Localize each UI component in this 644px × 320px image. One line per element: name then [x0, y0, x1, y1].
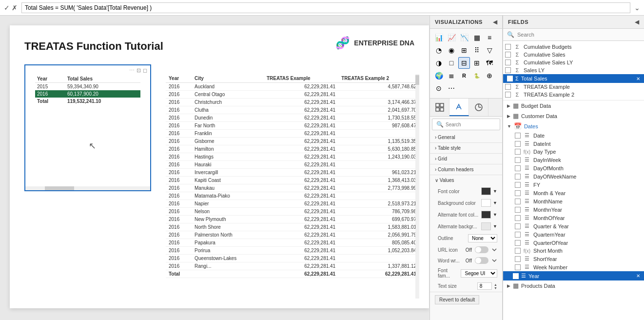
format-group-values-header[interactable]: ∨ Values: [430, 175, 502, 185]
field-cumulative-budgets[interactable]: Σ Cumulative Budgets: [503, 43, 644, 51]
cumulative-budgets-checkbox[interactable]: [505, 44, 511, 50]
field-cumulative-sales[interactable]: Σ Cumulative Sales: [503, 51, 644, 59]
quarterofyear-checkbox[interactable]: [515, 240, 521, 246]
viz-icon-map[interactable]: 🗺: [484, 57, 495, 69]
section-budget-data[interactable]: ▶ ▦ Budget Data: [503, 100, 644, 111]
field-day-type[interactable]: f(x) Day Type: [507, 148, 644, 156]
field-monthnyear[interactable]: ☰ MonthnYear: [507, 205, 644, 214]
month-year-checkbox[interactable]: [515, 190, 521, 196]
field-total-sales-selected[interactable]: ✓ Σ Total Sales ✕: [503, 74, 644, 83]
viz-icon-line[interactable]: 📈: [446, 32, 457, 43]
small-table-visual[interactable]: ⋯ ⊡ ◻ Year Total Sales: [24, 64, 151, 191]
format-tab[interactable]: [449, 99, 469, 116]
dayofmonth-checkbox[interactable]: [515, 165, 521, 171]
viz-icon-pie[interactable]: ◔: [433, 44, 445, 56]
viz-icon-table[interactable]: ⊟: [458, 57, 470, 69]
field-dayofweekname[interactable]: ☰ DayOfWeekName: [507, 172, 644, 180]
treatas-example-checkbox[interactable]: [505, 84, 511, 90]
visual-menu-icon[interactable]: ⋯: [129, 67, 135, 74]
dateint-checkbox[interactable]: [515, 141, 521, 147]
day-type-checkbox[interactable]: [515, 149, 521, 155]
text-size-input[interactable]: [477, 282, 492, 290]
field-cumulative-sales-ly[interactable]: Σ Cumulative Sales LY: [503, 59, 644, 66]
build-tab[interactable]: [430, 99, 449, 116]
week-number-checkbox[interactable]: [515, 264, 521, 270]
alt-font-color-box[interactable]: [481, 211, 491, 219]
viz-icon-treemap[interactable]: ⊞: [458, 44, 470, 56]
viz-icon-card[interactable]: □: [446, 57, 457, 69]
cumulative-sales-ly-checkbox[interactable]: [505, 60, 511, 65]
viz-icon-matrix[interactable]: ⊞: [471, 57, 483, 69]
viz-icon-funnel[interactable]: ▽: [484, 44, 495, 56]
quarternyear-checkbox[interactable]: [515, 232, 521, 238]
total-sales-remove-icon[interactable]: ✕: [636, 76, 640, 81]
field-short-month[interactable]: f(x) Short Month: [507, 247, 644, 255]
viz-icon-more[interactable]: ⊕: [484, 70, 495, 81]
field-week-number[interactable]: ☰ Week Number: [507, 263, 644, 271]
format-group-table-style-header[interactable]: › Table style: [430, 143, 502, 153]
word-wrap-toggle[interactable]: [475, 257, 488, 264]
viz-icon-scatter[interactable]: ⠿: [471, 44, 483, 56]
treatas-example2-checkbox[interactable]: [505, 92, 511, 98]
field-shortyear[interactable]: ☰ ShortYear: [507, 255, 644, 263]
table-scrollbar[interactable]: [415, 74, 419, 299]
expand-icon[interactable]: ⌄: [634, 4, 640, 12]
field-dayinweek[interactable]: ☰ DayInWeek: [507, 156, 644, 164]
main-data-table[interactable]: Year City TREATAS Example TREATAS Exampl…: [166, 74, 419, 299]
viz-icon-extra1[interactable]: ⊙: [433, 82, 445, 94]
viz-icon-donut[interactable]: ◉: [446, 44, 457, 56]
outline-select[interactable]: None Top Bottom Left Right: [468, 234, 497, 242]
field-treatas-example[interactable]: Σ TREATAS Example: [503, 83, 644, 91]
formula-input[interactable]: [21, 2, 630, 13]
short-month-checkbox[interactable]: [515, 248, 521, 254]
alt-font-color-dropdown[interactable]: ▼: [493, 212, 497, 217]
format-group-grid-header[interactable]: › Grid: [430, 154, 502, 164]
field-monthname[interactable]: ☰ MonthName: [507, 197, 644, 205]
analytics-tab[interactable]: [469, 99, 488, 116]
sales-ly-checkbox[interactable]: [505, 67, 511, 73]
viz-panel-arrow[interactable]: ◀: [493, 19, 497, 25]
viz-icon-gauge[interactable]: ◑: [433, 57, 445, 69]
section-customer-data[interactable]: ▶ ▦ Customer Data: [503, 111, 644, 121]
field-dateint[interactable]: ☰ DateInt: [507, 140, 644, 148]
alt-bg-dropdown[interactable]: ▼: [493, 224, 497, 229]
viz-icon-bar[interactable]: 📊: [433, 32, 445, 43]
format-group-general-header[interactable]: › General: [430, 132, 502, 142]
monthnyear-checkbox[interactable]: [515, 207, 521, 213]
monthofyear-checkbox[interactable]: [515, 215, 521, 221]
visual-expand-icon[interactable]: ⊡: [137, 67, 141, 74]
viz-icon-python[interactable]: 🐍: [471, 70, 483, 81]
dayinweek-checkbox[interactable]: [515, 157, 521, 163]
field-date[interactable]: ☰ Date: [507, 131, 644, 140]
field-quarterofyear[interactable]: ☰ QuarterOfYear: [507, 239, 644, 247]
viz-icon-filled-map[interactable]: 🌍: [433, 70, 445, 81]
section-dates[interactable]: ▼ 📅 Dates: [503, 121, 644, 131]
field-quarter-year[interactable]: ☰ Quarter & Year: [507, 222, 644, 230]
field-sales-ly[interactable]: Σ Sales LY: [503, 66, 644, 74]
revert-default-button[interactable]: Revert to default: [435, 295, 479, 304]
quarter-year-checkbox[interactable]: [515, 223, 521, 229]
shortyear-checkbox[interactable]: [515, 256, 521, 262]
cumulative-sales-checkbox[interactable]: [505, 52, 511, 58]
section-products-data[interactable]: ▶ ▦ Products Data: [503, 280, 644, 291]
dayofweekname-checkbox[interactable]: [515, 174, 521, 180]
bg-color-box[interactable]: [481, 199, 491, 207]
field-year-selected[interactable]: ✓ ☰ Year ✕: [503, 271, 644, 280]
format-search-input[interactable]: [446, 122, 507, 127]
viz-icon-r[interactable]: R: [458, 70, 470, 81]
field-dayofmonth[interactable]: ☰ DayOfMonth: [507, 164, 644, 172]
fy-checkbox[interactable]: [515, 182, 521, 188]
field-monthofyear[interactable]: ☰ MonthOfYear: [507, 214, 644, 222]
font-family-select[interactable]: Segoe UI Arial Calibri: [461, 269, 497, 278]
field-month-year[interactable]: ☰ Month & Year: [507, 189, 644, 197]
viz-icon-stacked[interactable]: ≡: [484, 32, 495, 43]
fields-search-input[interactable]: [517, 32, 640, 38]
year-remove-icon[interactable]: ✕: [636, 273, 640, 279]
field-treatas-example2[interactable]: Σ TREATAS Example 2: [503, 91, 644, 99]
viz-icon-extra2[interactable]: ⋯: [446, 82, 457, 94]
format-group-col-headers-header[interactable]: › Column headers: [430, 164, 502, 175]
font-color-box[interactable]: [481, 187, 491, 195]
alt-bg-color-box[interactable]: [481, 222, 491, 230]
field-fy[interactable]: ☰ FY: [507, 180, 644, 189]
font-color-dropdown[interactable]: ▼: [493, 189, 497, 194]
